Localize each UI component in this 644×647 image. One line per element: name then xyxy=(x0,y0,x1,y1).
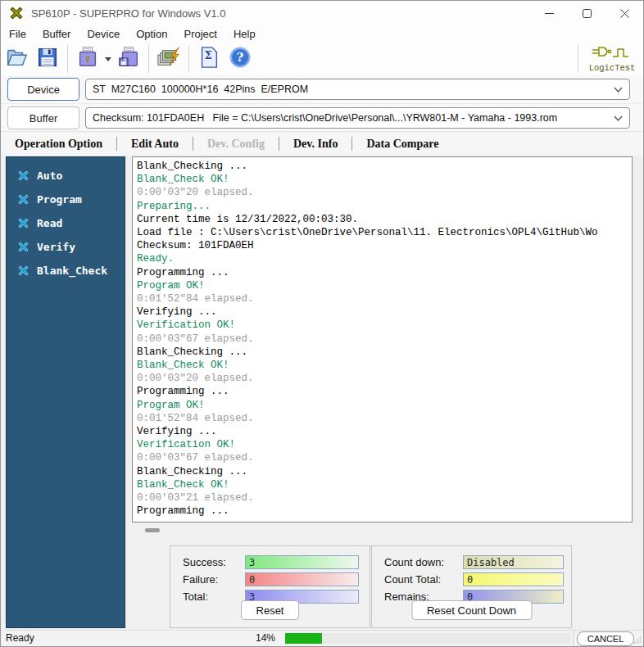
menu-item[interactable]: Option xyxy=(128,28,175,40)
progress-bar xyxy=(285,633,570,644)
menu-item[interactable]: Project xyxy=(175,28,224,40)
open-file-button[interactable] xyxy=(1,44,32,74)
log-line: Verification OK! xyxy=(137,438,632,451)
sidebar-operation-label: Auto xyxy=(37,170,62,182)
auto-program-button[interactable] xyxy=(113,44,144,74)
counter-label: Count Total: xyxy=(372,573,463,586)
sidebar-operation-item[interactable]: Blank_Check xyxy=(7,259,125,283)
counter-value: Disabled xyxy=(467,557,515,568)
counter-row: Success: 3 xyxy=(170,554,370,571)
menu-item[interactable]: File xyxy=(1,28,34,40)
help-button[interactable]: ? xyxy=(224,44,256,74)
counter-value: 0 xyxy=(467,574,473,586)
counter-label: Count down: xyxy=(372,556,463,568)
xeltek-x-icon xyxy=(17,170,29,182)
statusbar-separator xyxy=(573,631,574,646)
counter-label: Failure: xyxy=(170,573,245,586)
log-horizontal-scrollbar[interactable] xyxy=(132,525,633,536)
log-line: 0:00'03"21 elapsed. xyxy=(137,491,632,504)
chevron-down-icon xyxy=(614,115,623,121)
buffer-button[interactable]: Buffer xyxy=(7,106,79,129)
maximize-button[interactable] xyxy=(568,1,605,25)
menu-item[interactable]: Help xyxy=(225,28,264,40)
log-line: Blank_Checking ... xyxy=(137,160,632,173)
sidebar-operation-label: Blank_Check xyxy=(37,265,107,277)
app-logo-icon xyxy=(9,6,24,20)
checksum-sigma-icon: Σ xyxy=(197,45,220,73)
log-output[interactable]: Blank_Checking ... Blank_Check OK! 0:00'… xyxy=(132,156,633,523)
chevron-down-icon xyxy=(614,87,623,93)
select-device-button[interactable] xyxy=(72,44,103,74)
tab[interactable]: Dev. Info xyxy=(279,138,351,151)
device-combobox-value: ST M27C160 100000H*16 42Pins E/EPROM xyxy=(93,84,609,95)
device-combobox[interactable]: ST M27C160 100000H*16 42Pins E/EPROM xyxy=(85,79,630,100)
sidebar-operation-item[interactable]: Read xyxy=(7,211,125,235)
tab[interactable]: Operation Option xyxy=(1,138,116,151)
reset-button[interactable]: Reset xyxy=(241,600,300,620)
cancel-button[interactable]: CANCEL xyxy=(577,631,634,646)
counter-label: Success: xyxy=(170,556,245,568)
tab[interactable]: Edit Auto xyxy=(117,138,193,151)
counter-value-bar: Disabled xyxy=(463,555,564,569)
log-line: 0:00'03"20 elapsed. xyxy=(137,372,632,385)
log-line: Blank_Check OK! xyxy=(137,478,632,491)
buffer-row: Buffer Checksum: 101FDA0EH File = C:\Use… xyxy=(1,103,643,132)
help-icon: ? xyxy=(228,45,252,73)
status-text: Ready xyxy=(6,632,34,644)
device-row: Device ST M27C160 100000H*16 42Pins E/EP… xyxy=(1,75,643,103)
progress-bar-fill xyxy=(285,633,322,644)
operation-sidebar: Auto Program xyxy=(6,156,125,628)
log-line: Blank_Check OK! xyxy=(137,173,632,186)
title-bar: SP610P - SUPERPRO for Windows V1.0 xyxy=(1,1,643,25)
tab[interactable]: Dev. Config xyxy=(193,138,279,151)
toolbar-separator xyxy=(67,45,68,73)
progress-percent-label: 14% xyxy=(249,632,275,644)
device-button[interactable]: Device xyxy=(7,78,79,101)
minimize-button[interactable] xyxy=(530,1,568,25)
device-config-button[interactable] xyxy=(153,44,184,74)
countdown-counter-group: Count down: Disabled Count Total: 0 xyxy=(371,545,572,628)
select-device-icon xyxy=(75,45,100,73)
client-area: Auto Program xyxy=(1,155,643,631)
toolbar-separator xyxy=(148,45,149,73)
buffer-combobox[interactable]: Checksum: 101FDA0EH File = C:\Users\cris… xyxy=(85,107,630,129)
log-line: Checksum: 101FDA0EH xyxy=(137,239,632,252)
save-file-icon xyxy=(35,45,60,73)
tab-bar: Operation Option Edit Auto Dev. Config D… xyxy=(1,131,643,156)
counter-row: Failure: 0 xyxy=(170,571,370,588)
log-line: Blank_Checking ... xyxy=(137,346,632,359)
log-line: 0:01'52"84 elapsed. xyxy=(137,292,632,305)
scrollbar-thumb[interactable] xyxy=(145,528,160,532)
log-line: Programming ... xyxy=(137,266,632,279)
counter-value-bar: 0 xyxy=(463,572,564,586)
checksum-button[interactable]: Σ xyxy=(193,44,224,74)
menu-item[interactable]: Buffer xyxy=(34,28,79,40)
log-line: Current time is 12/31/2022,00:03:30. xyxy=(137,213,632,226)
sidebar-operation-item[interactable]: Verify xyxy=(7,235,125,259)
log-line: Blank_Checking ... xyxy=(137,465,632,478)
device-dropdown-arrow[interactable] xyxy=(103,57,113,61)
log-line: Preparing... xyxy=(137,200,632,213)
log-line: Load file : C:\Users\crist\OneDrive\Pers… xyxy=(137,226,632,239)
sidebar-operation-item[interactable]: Program xyxy=(7,188,125,211)
sidebar-operation-item[interactable]: Auto xyxy=(7,164,125,188)
reset-count-down-button[interactable]: Reset Count Down xyxy=(411,600,532,620)
toolbar-separator xyxy=(578,45,578,73)
logictest-button[interactable]: LogicTest xyxy=(583,43,642,75)
log-line: 0:00'03"20 elapsed. xyxy=(137,186,632,199)
toolbar-separator xyxy=(188,45,189,73)
log-line: Programming ... xyxy=(137,385,632,398)
save-file-button[interactable] xyxy=(32,44,63,74)
tab[interactable]: Data Compare xyxy=(352,138,452,151)
log-line: Verifying ... xyxy=(137,305,632,319)
svg-text:Σ: Σ xyxy=(204,49,211,61)
device-config-icon xyxy=(156,45,182,73)
sidebar-operation-label: Program xyxy=(37,193,82,206)
xeltek-x-icon xyxy=(17,193,29,206)
xeltek-x-icon xyxy=(17,217,29,229)
close-button[interactable] xyxy=(605,1,643,25)
menu-item[interactable]: Device xyxy=(79,28,128,40)
toolbar: Σ ? LogicTest xyxy=(1,43,643,76)
resize-grip[interactable] xyxy=(633,636,642,644)
result-counter-group: Success: 3 Failure: 0 Total: xyxy=(170,545,370,628)
